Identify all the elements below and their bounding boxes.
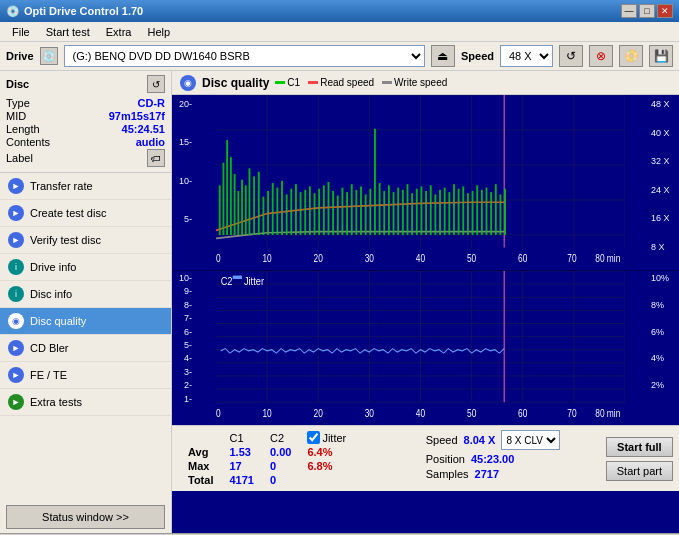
- nav-extra-tests[interactable]: ► Extra tests: [0, 389, 171, 416]
- nav-transfer-rate[interactable]: ► Transfer rate: [0, 173, 171, 200]
- jitter-checkbox[interactable]: [307, 431, 320, 444]
- nav-cd-bler-icon: ►: [8, 340, 24, 356]
- nav-verify-test-disc[interactable]: ► Verify test disc: [0, 227, 171, 254]
- position-key: Position: [426, 453, 465, 465]
- svg-rect-54: [397, 188, 399, 235]
- legend-write: Write speed: [382, 77, 447, 88]
- top-chart-inner: 0 10 20 30 40 50 60 70 80 min: [216, 95, 625, 270]
- menu-file[interactable]: File: [4, 24, 38, 40]
- avg-row-label: Avg: [180, 445, 221, 459]
- svg-rect-68: [462, 186, 464, 235]
- svg-rect-39: [328, 182, 330, 235]
- svg-text:10: 10: [262, 408, 271, 419]
- stats-row: C1 C2 Jitter Avg: [172, 425, 679, 491]
- stats-right: Speed 8.04 X 8 X CLV Position 45:23.00 S…: [420, 426, 600, 491]
- svg-rect-74: [490, 192, 492, 235]
- svg-text:50: 50: [467, 408, 476, 419]
- nav-disc-info-icon: i: [8, 286, 24, 302]
- start-part-button[interactable]: Start part: [606, 461, 673, 481]
- minimize-button[interactable]: —: [621, 4, 637, 18]
- chart-legend: C1 Read speed Write speed: [275, 77, 447, 88]
- svg-rect-76: [500, 194, 502, 235]
- nav-disc-quality-label: Disc quality: [30, 315, 86, 327]
- erase-button[interactable]: ⊗: [589, 45, 613, 67]
- jitter-checkbox-label[interactable]: Jitter: [307, 431, 346, 444]
- menu-help[interactable]: Help: [139, 24, 178, 40]
- speed-refresh-button[interactable]: ↺: [559, 45, 583, 67]
- svg-rect-23: [253, 176, 255, 235]
- type-label: Type: [6, 97, 30, 109]
- legend-read-color: [308, 81, 318, 84]
- content-area: Disc ↺ Type CD-R MID 97m15s17f Length 45…: [0, 71, 679, 533]
- max-jitter: 6.8%: [299, 459, 354, 473]
- svg-rect-40: [332, 191, 334, 235]
- nav-fe-te-label: FE / TE: [30, 369, 67, 381]
- disc-refresh-button[interactable]: ↺: [147, 75, 165, 93]
- svg-text:20: 20: [314, 408, 323, 419]
- start-full-button[interactable]: Start full: [606, 437, 673, 457]
- svg-rect-36: [314, 193, 316, 235]
- bottom-chart: 10- 9- 8- 7- 6- 5- 4- 3- 2- 1-: [172, 270, 679, 425]
- svg-rect-29: [281, 181, 283, 235]
- nav-cd-bler[interactable]: ► CD Bler: [0, 335, 171, 362]
- menu-extra[interactable]: Extra: [98, 24, 140, 40]
- burn-button[interactable]: 📀: [619, 45, 643, 67]
- svg-rect-57: [411, 193, 413, 235]
- contents-value: audio: [136, 136, 165, 148]
- nav-create-test-disc[interactable]: ► Create test disc: [0, 200, 171, 227]
- svg-text:30: 30: [365, 408, 374, 419]
- svg-rect-59: [421, 186, 423, 235]
- svg-rect-53: [393, 192, 395, 235]
- nav-disc-info[interactable]: i Disc info: [0, 281, 171, 308]
- svg-rect-30: [286, 194, 288, 235]
- svg-rect-70: [472, 191, 474, 235]
- nav-drive-info[interactable]: i Drive info: [0, 254, 171, 281]
- svg-rect-47: [365, 194, 367, 235]
- svg-rect-73: [486, 188, 488, 235]
- speed-mode-selector[interactable]: 8 X CLV: [501, 430, 560, 450]
- max-row-label: Max: [180, 459, 221, 473]
- svg-rect-60: [425, 191, 427, 235]
- svg-rect-51: [383, 191, 385, 235]
- bottom-chart-inner: 0 10 20 30 40 50 60 70 80 min C2: [216, 271, 625, 425]
- top-chart-y-left: 20- 15- 10- 5-: [172, 95, 194, 270]
- svg-rect-69: [467, 193, 469, 235]
- svg-rect-42: [341, 188, 343, 235]
- svg-rect-33: [300, 192, 302, 235]
- legend-write-label: Write speed: [394, 77, 447, 88]
- svg-rect-37: [318, 189, 320, 235]
- nav-disc-quality-icon: ◉: [8, 313, 24, 329]
- avg-c1: 1.53: [221, 445, 261, 459]
- label-icon-button[interactable]: 🏷: [147, 149, 165, 167]
- close-button[interactable]: ✕: [657, 4, 673, 18]
- avg-jitter: 6.4%: [299, 445, 354, 459]
- drive-selector[interactable]: (G:) BENQ DVD DD DW1640 BSRB: [64, 45, 425, 67]
- svg-text:20: 20: [314, 253, 323, 264]
- nav-extra-tests-label: Extra tests: [30, 396, 82, 408]
- maximize-button[interactable]: □: [639, 4, 655, 18]
- menu-start-test[interactable]: Start test: [38, 24, 98, 40]
- status-window-button[interactable]: Status window >>: [6, 505, 165, 529]
- nav-disc-quality[interactable]: ◉ Disc quality: [0, 308, 171, 335]
- svg-rect-64: [444, 188, 446, 235]
- svg-text:70: 70: [567, 408, 576, 419]
- mid-value: 97m15s17f: [109, 110, 165, 122]
- svg-rect-27: [272, 183, 274, 235]
- svg-rect-25: [262, 197, 264, 235]
- max-c1: 17: [221, 459, 261, 473]
- disc-quality-header: ◉ Disc quality C1 Read speed Write speed: [172, 71, 679, 95]
- svg-rect-21: [245, 185, 247, 235]
- save-button[interactable]: 💾: [649, 45, 673, 67]
- top-chart: 20- 15- 10- 5-: [172, 95, 679, 270]
- drive-eject-button[interactable]: ⏏: [431, 45, 455, 67]
- svg-rect-61: [430, 185, 432, 235]
- svg-rect-56: [407, 184, 409, 235]
- nav-fe-te[interactable]: ► FE / TE: [0, 362, 171, 389]
- svg-rect-16: [226, 140, 228, 235]
- nav-extra-tests-icon: ►: [8, 394, 24, 410]
- nav-create-test-disc-label: Create test disc: [30, 207, 106, 219]
- type-value: CD-R: [138, 97, 166, 109]
- speed-selector[interactable]: 48 X: [500, 45, 553, 67]
- title-bar: 💿 Opti Drive Control 1.70 — □ ✕: [0, 0, 679, 22]
- svg-rect-71: [476, 185, 478, 235]
